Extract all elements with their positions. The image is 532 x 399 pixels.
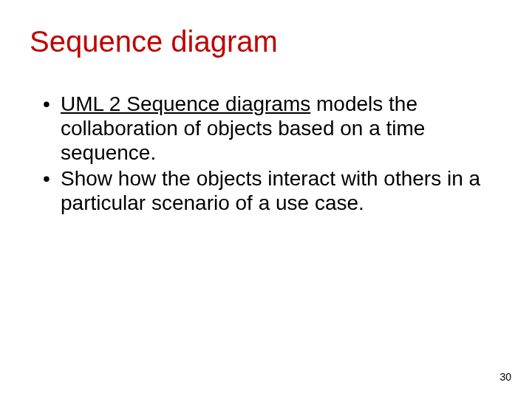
bullet-dot-icon: • <box>43 92 61 165</box>
bullet-dot-icon: • <box>43 166 61 215</box>
page-number: 30 <box>499 371 511 383</box>
slide-title: Sequence diagram <box>30 25 502 58</box>
uml-sequence-diagrams-link[interactable]: UML 2 Sequence diagrams <box>61 92 310 115</box>
bullet-text-rest: Show how the objects interact with other… <box>61 167 480 214</box>
bullet-text: UML 2 Sequence diagrams models the colla… <box>61 92 502 165</box>
bullet-text: Show how the objects interact with other… <box>61 166 502 215</box>
bullet-item: • Show how the objects interact with oth… <box>43 166 502 215</box>
slide-body: • UML 2 Sequence diagrams models the col… <box>43 92 502 215</box>
bullet-item: • UML 2 Sequence diagrams models the col… <box>43 92 502 165</box>
slide: Sequence diagram • UML 2 Sequence diagra… <box>0 0 532 399</box>
